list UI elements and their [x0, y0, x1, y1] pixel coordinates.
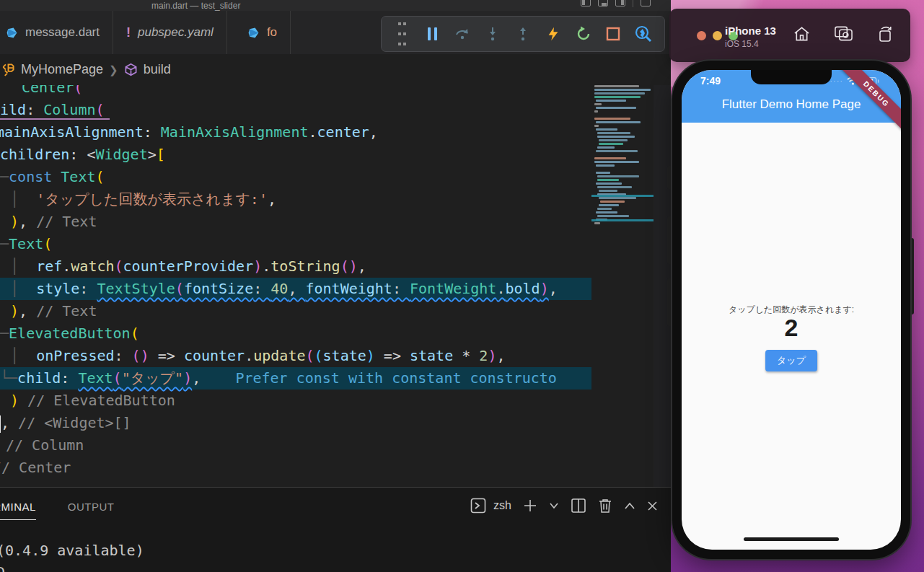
tab-partial[interactable]: fo: [227, 11, 291, 54]
minimap-row: [594, 92, 645, 94]
screenshot-icon[interactable]: [835, 26, 853, 41]
panel-tabs: TERMINAL OUTPUT: [0, 501, 115, 520]
code-line: ─const Text(: [0, 166, 591, 188]
minimap-row: [597, 179, 619, 181]
tab-pubspec-yaml[interactable]: ! pubspec.yaml: [113, 11, 227, 54]
dart-icon: [6, 27, 18, 39]
vscode-window: main.dart — test_slider message.dart ! p…: [0, 0, 671, 572]
minimap-row: [599, 204, 619, 206]
breadcrumb-class[interactable]: MyHomePage: [21, 62, 103, 77]
minimap-row: [596, 128, 617, 131]
step-out-button[interactable]: [511, 20, 535, 48]
code-line: children: <Widget>[: [0, 144, 591, 166]
step-into-button[interactable]: [480, 20, 505, 48]
appbar-title: Flutter Demo Home Page: [682, 97, 901, 112]
code-line: ild: Column(: [0, 99, 591, 121]
code-line: │ 'タップした回数が表示されます:',: [0, 188, 591, 211]
minimap-row: [594, 157, 626, 159]
trash-icon[interactable]: [598, 498, 612, 514]
minimap-row: [594, 110, 598, 113]
minimap-row: [596, 172, 610, 174]
minimap-row: [599, 190, 617, 192]
code-line: ) // ElevatedButton: [0, 390, 591, 412]
terminal-actions: zsh: [470, 498, 658, 514]
stop-button[interactable]: [601, 20, 625, 48]
shell-label[interactable]: zsh: [493, 499, 511, 512]
minimap-row: [597, 186, 632, 188]
shell-icon: [470, 498, 486, 514]
class-icon: [1, 63, 15, 76]
cellular-icon: ····: [830, 76, 843, 85]
tab-message-dart[interactable]: message.dart: [0, 11, 113, 54]
tab-label: pubspec.yaml: [138, 25, 214, 40]
customize-layout-icon[interactable]: [641, 0, 651, 6]
minimap-row: [597, 132, 630, 134]
minimap-row: [594, 222, 600, 224]
minimap-row: [594, 118, 630, 120]
minimap-row: [596, 121, 641, 123]
step-over-button[interactable]: [451, 20, 475, 48]
minimize-window-icon[interactable]: [713, 31, 722, 40]
minimap-row: [596, 182, 622, 185]
close-panel-icon[interactable]: [647, 501, 658, 511]
hot-reload-button[interactable]: [541, 20, 566, 48]
minimap-row: [597, 136, 635, 138]
home-indicator[interactable]: [744, 537, 839, 541]
tap-button[interactable]: タップ: [765, 350, 817, 371]
warning-icon: !: [126, 25, 131, 40]
drag-handle-icon[interactable]: [390, 20, 415, 48]
simulator-device-name: iPhone 13: [725, 25, 776, 37]
maximize-panel-icon[interactable]: [624, 501, 635, 510]
minimap-row: [597, 215, 629, 217]
new-terminal-icon[interactable]: [523, 498, 537, 513]
simulator-titlebar[interactable]: iPhone 13 iOS 15.4: [669, 9, 910, 62]
code-line: Center(: [0, 85, 591, 99]
home-icon[interactable]: [793, 26, 810, 42]
restart-button[interactable]: [571, 20, 596, 48]
dart-icon: [247, 27, 260, 39]
minimap-row: [596, 211, 617, 214]
minimap-row: [599, 139, 628, 141]
minimap-row: [599, 197, 636, 199]
minimap-highlight-marker: [591, 219, 654, 221]
notch: [751, 70, 832, 84]
minimap-row: [597, 208, 612, 210]
minimap-row: [596, 164, 615, 167]
code-line: │ ref.watch(counterProvider).toString(),: [0, 255, 591, 278]
toggle-sidebar-icon[interactable]: [581, 0, 591, 6]
split-terminal-icon[interactable]: [571, 498, 586, 514]
minimap-highlight-marker: [591, 195, 654, 197]
chevron-down-icon[interactable]: [549, 501, 559, 511]
open-devtools-button[interactable]: [631, 20, 656, 48]
minimap-row: [596, 100, 626, 102]
code-editor[interactable]: Center(ild: Column(mainAxisAlignment: Ma…: [0, 85, 671, 487]
minimap-row: [594, 89, 651, 91]
rotate-icon[interactable]: [877, 26, 893, 43]
code-line: mainAxisAlignment: MainAxisAlignment.cen…: [0, 121, 591, 144]
toggle-secondary-sidebar-icon[interactable]: [615, 0, 625, 6]
status-time: 7:49: [700, 75, 721, 87]
terminal-panel: TERMINAL OUTPUT zsh (0.4.9 available) D: [0, 487, 671, 572]
toggle-panel-icon[interactable]: [598, 0, 608, 6]
tab-terminal[interactable]: TERMINAL: [0, 501, 36, 520]
debug-toolbar: [381, 16, 665, 52]
breadcrumb-method[interactable]: build: [144, 62, 171, 77]
minimap-row: [594, 161, 639, 163]
code-line: └─child: Text("タップ"), Prefer const with …: [0, 367, 591, 390]
code-line: ), // Text: [0, 300, 591, 322]
minimap-row: [594, 103, 602, 105]
pause-button[interactable]: [421, 20, 445, 48]
method-icon: [124, 63, 138, 76]
layout-toggle-icons: [581, 0, 651, 7]
close-window-icon[interactable]: [697, 31, 706, 40]
tab-output[interactable]: OUTPUT: [68, 501, 115, 520]
minimap-row: [600, 201, 625, 203]
code-line: // Column: [0, 434, 591, 457]
minimap-row: [597, 146, 615, 149]
terminal-output[interactable]: (0.4.9 available) D: [0, 540, 144, 572]
counter-value: 2: [682, 314, 901, 342]
minimap[interactable]: [591, 85, 654, 487]
code-line: // Center: [0, 457, 591, 479]
simulator-toolbar: [793, 26, 893, 43]
vscode-titlebar: main.dart — test_slider: [0, 0, 671, 11]
